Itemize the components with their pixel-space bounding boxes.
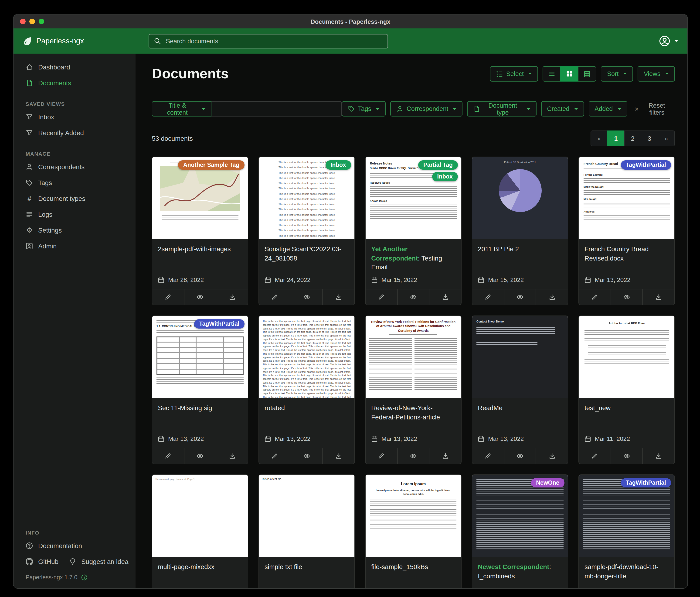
view-document-button[interactable] [504,448,535,464]
tag-badge[interactable]: NewOne [531,478,565,487]
card-correspondent-link[interactable]: Yet Another Correspondent [371,245,418,262]
document-thumbnail[interactable]: NewOne [472,475,568,557]
view-document-button[interactable] [184,448,216,464]
document-thumbnail[interactable]: This is the text that appears on the fir… [259,316,354,398]
download-document-button[interactable] [643,448,674,464]
sidebar-item-inbox[interactable]: Inbox [14,109,135,125]
document-title[interactable]: rotated [265,404,349,413]
edit-document-button[interactable] [472,448,504,464]
edit-document-button[interactable] [579,289,610,305]
download-document-button[interactable] [536,289,568,305]
added-filter-button[interactable]: Added [589,101,627,117]
sidebar-item-documentation[interactable]: Documentation [14,538,135,554]
document-thumbnail[interactable]: This is a multi page document. Page 1. [152,475,248,557]
document-card[interactable]: French Country BreadFor the Leaven:Make … [578,157,675,305]
created-filter-button[interactable]: Created [541,101,584,117]
document-thumbnail[interactable]: 1.1. CONTINUING MEDICAL EDUCA TagWithPar… [152,316,248,398]
filter-text-input[interactable] [211,101,342,117]
document-card[interactable]: This is a test for the double space char… [258,157,355,305]
edit-document-button[interactable] [259,448,291,464]
document-thumbnail[interactable]: This is a test for the double space char… [259,157,354,239]
view-document-button[interactable] [291,289,322,305]
document-title[interactable]: Newest Correspondent: f_combineds [478,563,562,581]
document-title[interactable]: French Country Bread Revised.docx [584,245,669,263]
view-details-button[interactable] [543,66,561,81]
edit-document-button[interactable] [366,448,397,464]
tag-badge[interactable]: Inbox [432,172,458,181]
pagination-next-button[interactable]: » [658,130,675,146]
document-type-filter-button[interactable]: Document type [467,101,536,117]
view-document-button[interactable] [610,448,642,464]
document-title[interactable]: test_new [584,404,669,413]
window-titlebar[interactable]: Documents - Paperless-ngx [14,15,688,28]
edit-document-button[interactable] [152,289,184,305]
download-document-button[interactable] [643,289,674,305]
document-title[interactable]: multi-page-mixedxx [158,563,242,572]
document-title[interactable]: sample-pdf-download-10-mb-longer-title [584,563,669,581]
correspondent-filter-button[interactable]: Correspondent [390,101,463,117]
reset-filters-button[interactable]: × Reset filters [632,101,675,116]
view-document-button[interactable] [397,448,429,464]
document-card[interactable]: Adobe Acrobat PDF Files test_new Mar 11,… [578,315,675,464]
view-grid-button[interactable] [560,66,579,81]
sidebar-item-dashboard[interactable]: Dashboard [14,59,135,75]
info-circle-icon[interactable] [81,574,88,581]
document-title[interactable]: 2011 BP Pie 2 [478,245,562,254]
views-button[interactable]: Views [638,66,675,81]
sidebar-item-suggest-idea[interactable]: Suggest an idea [69,554,128,570]
sidebar-item-admin[interactable]: Admin [14,238,135,254]
edit-document-button[interactable] [259,289,291,305]
document-thumbnail[interactable]: Release NotesSimba ODBC Driver for SQL S… [366,157,461,239]
sidebar-item-documents[interactable]: Documents [14,75,135,91]
view-document-button[interactable] [610,289,642,305]
view-document-button[interactable] [291,448,322,464]
download-document-button[interactable] [429,289,461,305]
tag-badge[interactable]: Partial Tag [418,160,458,170]
sidebar-item-tags[interactable]: Tags [14,175,135,191]
user-menu[interactable] [659,35,678,47]
document-title[interactable]: simple txt file [265,563,349,572]
document-card[interactable]: This is the text that appears on the fir… [258,315,355,464]
download-document-button[interactable] [429,448,461,464]
view-document-button[interactable] [504,289,535,305]
document-card[interactable]: NewOne Newest Correspondent: f_combineds [472,474,568,588]
document-title[interactable]: Yet Another Correspondent: Testing Email [371,245,455,272]
sidebar-item-logs[interactable]: Logs [14,207,135,222]
edit-document-button[interactable] [366,289,397,305]
pagination-page-2[interactable]: 2 [624,130,641,146]
tag-badge[interactable]: TagWithPartial [621,160,671,170]
document-card[interactable]: Review of New York Federal Petitions for… [365,315,461,464]
document-title[interactable]: 2sample-pdf-with-images [158,245,242,254]
sidebar-item-correspondents[interactable]: Correspondents [14,159,135,175]
download-document-button[interactable] [323,289,354,305]
search-input[interactable] [165,37,383,45]
document-card[interactable]: This is a multi page document. Page 1. m… [152,474,248,588]
tag-badge[interactable]: Inbox [325,160,351,170]
edit-document-button[interactable] [472,289,504,305]
document-thumbnail[interactable]: Adobe Acrobat PDF Files [579,316,674,398]
pagination-page-1[interactable]: 1 [607,130,625,146]
title-content-filter-button[interactable]: Title & content [152,101,211,117]
tags-filter-button[interactable]: Tags [342,101,385,117]
document-card[interactable]: Release NotesSimba ODBC Driver for SQL S… [365,157,461,305]
document-card[interactable]: This is a test file. simple txt file [258,474,355,588]
document-thumbnail[interactable]: Patient BP Distribution 2011 [472,157,568,239]
pagination-page-3[interactable]: 3 [641,130,658,146]
tag-badge[interactable]: Another Sample Tag [178,160,245,170]
view-document-button[interactable] [184,289,216,305]
tag-badge[interactable]: TagWithPartial [194,319,245,329]
document-thumbnail[interactable]: TagWithPartial [579,475,674,557]
app-logo[interactable]: Paperless-ngx [23,37,136,46]
document-thumbnail[interactable]: Lorem ipsumLorem ipsum dolor sit amet, c… [366,475,461,557]
sidebar-item-recently-added[interactable]: Recently Added [14,125,135,141]
download-document-button[interactable] [536,448,568,464]
view-document-button[interactable] [397,289,429,305]
tag-badge[interactable]: TagWithPartial [621,478,671,487]
document-title[interactable]: Sonstige ScanPC2022 03-24_081058 [265,245,349,263]
view-cards-button[interactable] [578,66,596,81]
document-thumbnail[interactable]: Another Sample Tag [152,157,248,239]
download-document-button[interactable] [216,448,248,464]
document-thumbnail[interactable]: Contact Sheet Demo [472,316,568,398]
select-button[interactable]: Select [490,66,538,81]
card-correspondent-link[interactable]: Newest Correspondent [478,563,549,570]
